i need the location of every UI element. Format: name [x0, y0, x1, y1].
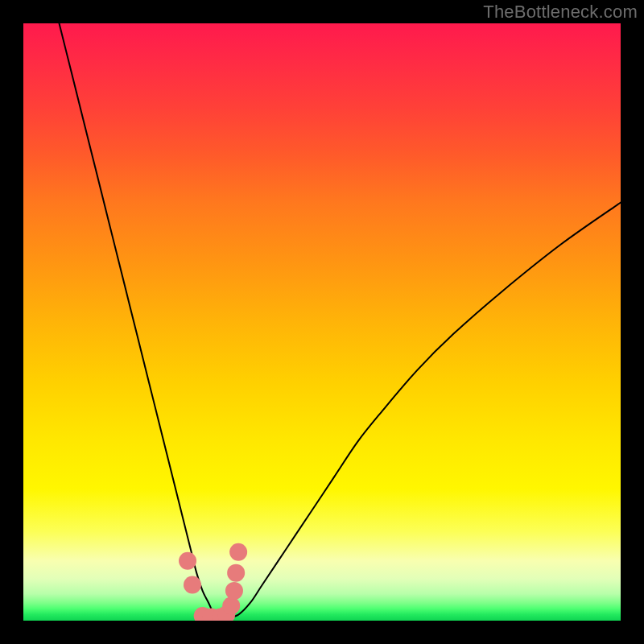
highlight-dot	[179, 552, 196, 570]
bottleneck-curve	[60, 23, 621, 618]
chart-frame: TheBottleneck.com	[0, 0, 644, 644]
highlight-dots	[179, 543, 247, 621]
chart-plot-area	[23, 23, 621, 621]
chart-svg	[23, 23, 621, 621]
highlight-dot	[227, 564, 245, 582]
highlight-dot	[222, 597, 240, 614]
highlight-dot	[225, 582, 243, 600]
highlight-dot	[229, 543, 247, 561]
watermark-text: TheBottleneck.com	[483, 2, 638, 23]
highlight-dot	[184, 576, 201, 593]
